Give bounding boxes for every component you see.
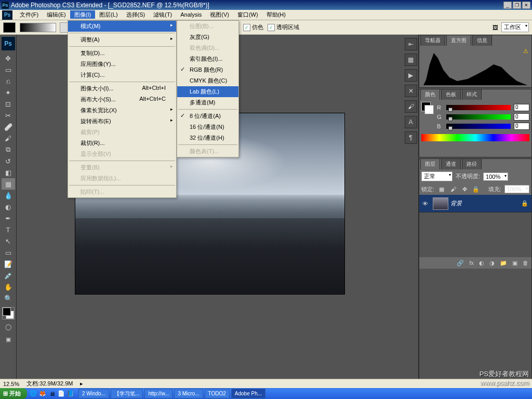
tab-layers[interactable]: 图层 [420,158,440,169]
menu-item[interactable]: 模式(M) [68,21,176,32]
transparency-checkbox[interactable]: 透明区域 [268,23,299,31]
taskbar-task[interactable]: Adobe Ph... [231,389,265,398]
lock-paint-icon[interactable]: 🖌 [449,185,457,193]
status-arrow-icon[interactable]: ▸ [80,380,83,387]
color-spectrum[interactable] [421,134,529,141]
menu-item[interactable]: 画布大小(S)...Alt+Ctrl+C [68,94,176,105]
type-tool[interactable]: T [2,224,15,235]
tab-navigator[interactable]: 导航器 [420,35,445,46]
histogram-icon[interactable]: ▶ [405,69,417,82]
zoom-tool[interactable]: 🔍 [2,292,15,304]
char-icon[interactable]: A [405,116,417,128]
tab-color[interactable]: 颜色 [420,89,440,100]
dither-checkbox[interactable]: 仿色 [243,23,263,31]
layer-fill[interactable]: 100% [504,185,529,193]
mask-icon[interactable]: ◐ [479,260,484,267]
maximize-button[interactable]: ❐ [513,2,521,9]
menu-item[interactable]: 像素长宽比(X) [68,105,176,116]
tab-channels[interactable]: 通道 [441,158,461,169]
menu-item[interactable]: 灰度(G) [177,32,238,43]
blend-mode-select[interactable]: 正常 [421,171,453,181]
lock-move-icon[interactable]: ✥ [460,185,469,193]
move-tool[interactable]: ✥ [2,52,15,64]
taskbar-task[interactable]: http://w... [144,389,172,398]
menu-item[interactable]: Lab 颜色(L) [177,86,238,97]
brush-tool[interactable]: 🖌 [2,132,15,144]
zoom-field[interactable]: 12.5% [3,381,19,387]
new-layer-icon[interactable]: ▣ [512,260,517,267]
eraser-tool[interactable]: ◧ [2,167,15,178]
menu-5[interactable]: 滤镜(T) [149,10,176,19]
menu-item[interactable]: 复制(D)... [68,48,176,59]
menu-0[interactable]: 文件(F) [16,10,43,19]
stamp-tool[interactable]: ⧉ [2,144,15,155]
eyedropper-tool[interactable]: 💉 [2,270,15,281]
menu-item[interactable]: 8 位/通道(A) [177,111,238,122]
menu-7[interactable]: 视图(V) [206,10,233,19]
menu-item[interactable]: 图像大小(I)...Alt+Ctrl+I [68,83,176,94]
tab-histogram[interactable]: 直方图 [446,35,471,46]
dodge-tool[interactable]: ◐ [2,201,15,212]
fx-icon[interactable]: fx [469,260,474,266]
hand-tool[interactable]: ✋ [2,281,15,292]
tools-icon[interactable]: ✕ [405,85,417,97]
para-icon[interactable]: ¶ [405,131,417,144]
menu-9[interactable]: 帮助(H) [262,10,290,19]
shape-tool[interactable]: ▭ [2,247,15,258]
crop-tool[interactable]: ⊡ [2,98,15,110]
menu-item[interactable]: 裁切(R)... [68,138,176,149]
g-input[interactable]: 0 [514,113,529,121]
pen-tool[interactable]: ✒ [2,212,15,224]
dock-toggle-icon[interactable]: ⇤ [405,38,417,50]
b-slider[interactable] [446,124,511,129]
menu-6[interactable]: Analysis [176,10,206,19]
link-icon[interactable]: 🔗 [457,260,464,267]
lock-all-icon[interactable]: 🔒 [472,185,480,193]
b-input[interactable]: 0 [514,123,529,130]
workspace-select[interactable]: 工作区 [501,22,529,32]
gradient-preview[interactable] [20,23,56,32]
navigator-icon[interactable]: ▦ [405,54,417,66]
lock-trans-icon[interactable]: ▦ [437,185,446,193]
gradient-tool[interactable]: ▦ [2,178,15,190]
blur-tool[interactable]: 💧 [2,190,15,201]
ql-app-icon[interactable]: 📄 [57,390,65,398]
layer-row-background[interactable]: 👁 背景 🔒 [419,195,531,212]
tab-info[interactable]: 信息 [472,35,492,46]
menu-item[interactable]: 调整(A) [68,34,176,45]
menu-item[interactable]: 16 位/通道(N) [177,122,238,132]
notes-tool[interactable]: 📝 [2,258,15,270]
ql-ff-icon[interactable]: 🦊 [38,390,47,398]
menu-item[interactable]: 计算(C)... [68,70,176,81]
menu-4[interactable]: 选择(S) [122,10,150,19]
folder-icon[interactable]: 📁 [500,260,507,267]
menu-item[interactable]: CMYK 颜色(C) [177,75,238,86]
layer-opacity[interactable]: 100% [483,172,508,181]
menu-3[interactable]: 图层(L) [95,10,122,19]
r-slider[interactable] [446,105,511,110]
taskbar-task[interactable]: 2 Windo... [78,389,109,398]
ql-ie-icon[interactable]: 🌐 [29,390,37,398]
path-tool[interactable]: ↖ [2,235,15,247]
wand-tool[interactable]: ✦ [2,87,15,98]
menu-item[interactable]: 32 位/通道(H) [177,132,238,143]
start-button[interactable]: ⊞开始 [0,388,27,399]
trash-icon[interactable]: 🗑 [523,260,528,266]
r-input[interactable]: 0 [514,104,529,111]
tool-preset[interactable] [3,22,16,33]
ql-app2-icon[interactable]: 📘 [66,390,75,398]
menu-1[interactable]: 编辑(E) [43,10,70,19]
quickmask-toggle[interactable]: ◯ [2,322,15,332]
screenmode-toggle[interactable]: ▣ [2,334,15,344]
adj-icon[interactable]: ◑ [489,260,495,267]
lasso-tool[interactable]: ⎌ [2,75,15,87]
menu-8[interactable]: 窗口(W) [233,10,262,19]
ql-desktop-icon[interactable]: 🖥 [48,390,56,398]
layer-thumbnail[interactable] [433,197,448,210]
menu-item[interactable]: 旋转画布(E) [68,116,176,127]
visibility-icon[interactable]: 👁 [419,201,431,207]
menu-2[interactable]: 图像(I) [70,10,95,19]
warning-icon[interactable]: ⚠ [523,48,528,55]
color-swatch[interactable] [2,307,15,320]
heal-tool[interactable]: 🩹 [2,121,15,132]
